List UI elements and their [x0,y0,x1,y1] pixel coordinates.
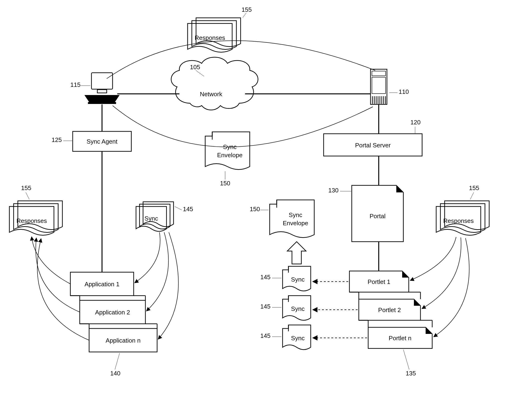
portlet1-label: Portlet 1 [368,278,390,285]
client-computer-icon [84,73,120,104]
svg-line-18 [243,13,246,18]
sync-envelope-right: Sync Envelope [270,200,314,238]
ref-145-left: 145 [183,206,193,213]
ref-155-left: 155 [21,185,31,192]
arrow-resp-portlet1 [410,237,456,280]
arc-top [107,41,375,78]
arrow-app2-responses [36,238,80,312]
sync-portlet-n: Sync [282,325,311,350]
svg-rect-7 [372,71,386,76]
diagram-canvas: Network 105 115 110 Responses 155 Sync E… [0,0,507,420]
arrow-sync-app2 [147,232,168,311]
ref-105: 105 [190,64,200,71]
arrow-sync-app1 [135,232,160,283]
sync-envelope-center: Sync Envelope [205,132,250,170]
sync-agent-label: Sync Agent [86,138,118,145]
svg-rect-3 [97,90,107,93]
svg-text:Sync: Sync [291,276,305,283]
sync-left-stack: Sync [136,202,174,231]
app1-label: Application 1 [85,281,120,288]
svg-line-33 [115,353,120,370]
network-cloud: Network [171,57,258,110]
svg-line-34 [26,192,29,199]
svg-line-35 [175,206,182,210]
ref-110: 110 [399,88,409,95]
block-arrow-up-icon [287,242,306,264]
ref-125: 125 [52,136,62,143]
sync-envelope-l2: Envelope [217,152,242,159]
arrow-sync-appn [158,232,178,339]
ref-130: 130 [328,187,338,194]
ref-150-center: 150 [220,180,230,187]
ref-145-b: 145 [260,303,270,310]
responses-top-label: Responses [195,34,225,41]
ref-155-right: 155 [469,185,479,192]
appn-label: Application n [106,337,141,344]
arc-bottom [113,106,373,147]
applications-stack: Application 1 Application 2 Application … [70,272,157,352]
portletn-label: Portlet n [389,335,412,342]
portal-label: Portal [370,213,386,220]
responses-left-stack: Responses [9,201,62,235]
ref-140: 140 [110,370,120,377]
portlet2-label: Portlet 2 [378,306,401,313]
ref-145-a: 145 [260,274,270,281]
arrow-appn-responses [37,239,89,340]
network-label: Network [200,91,222,98]
ref-115: 115 [70,81,80,88]
ref-135: 135 [406,370,416,377]
responses-left-label: Responses [16,217,47,224]
svg-line-46 [403,350,409,370]
sync-portlet-2: Sync [282,296,311,320]
ref-120: 120 [410,119,421,126]
ref-145-c: 145 [260,332,270,339]
responses-right-stack: Responses [436,201,489,235]
svg-text:Sync: Sync [289,211,302,218]
portlets-stack: Portlet 1 Portlet 2 Portlet n [349,271,432,349]
sync-portlet-1: Sync [282,266,311,291]
svg-rect-4 [88,102,116,104]
svg-line-60 [470,192,474,199]
arrow-resp-portletn [434,238,469,337]
svg-text:Sync: Sync [291,335,305,342]
responses-right-label: Responses [443,217,474,224]
ref-150-right: 150 [250,206,260,213]
portal-server-label: Portal Server [355,142,391,149]
svg-text:Envelope: Envelope [283,220,308,227]
svg-line-0 [196,70,204,76]
arrow-resp-portlet2 [422,237,461,309]
svg-rect-2 [94,75,110,86]
app2-label: Application 2 [95,309,130,316]
responses-top-stack: Responses [188,18,241,52]
server-icon [371,69,387,104]
svg-rect-8 [372,77,386,94]
sync-left-label: Sync [144,215,158,222]
svg-text:Sync: Sync [291,305,305,312]
portal-document: Portal [352,185,403,242]
ref-155-top: 155 [241,6,252,13]
svg-rect-6 [371,69,387,104]
